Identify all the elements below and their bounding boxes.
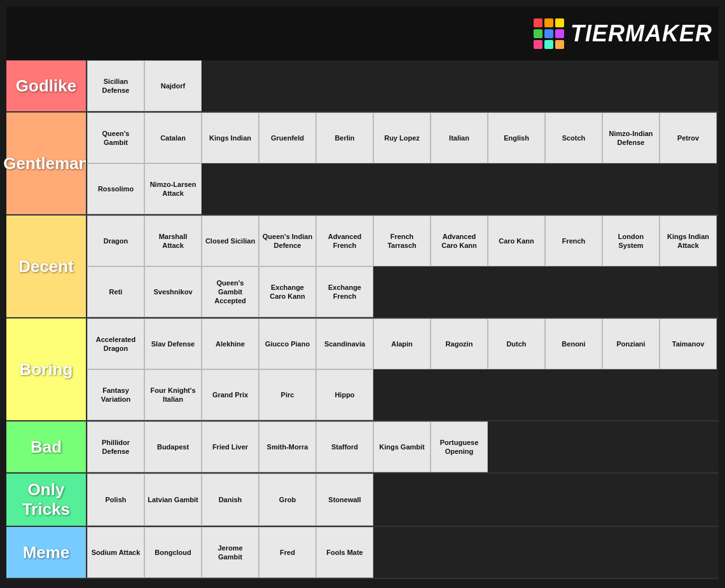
tier-item[interactable]: Fried Liver xyxy=(202,421,259,472)
tier-item[interactable]: Najdorf xyxy=(144,60,202,111)
tier-item[interactable]: Taimanov xyxy=(659,318,717,369)
tier-item[interactable]: Jerome Gambit xyxy=(202,527,259,578)
tier-item[interactable]: French Tarrasch xyxy=(373,215,431,266)
header: TiERMAKER xyxy=(6,6,719,60)
tier-item[interactable]: Dragon xyxy=(87,215,144,266)
tier-row-bad: BadPhillidor DefenseBudapestFried LiverS… xyxy=(6,421,719,474)
tier-item[interactable]: Alapin xyxy=(373,318,431,369)
tier-container: GodlikeSicilian DefenseNajdorfGentlemanQ… xyxy=(6,60,719,579)
tier-item[interactable]: Exchange Caro Kann xyxy=(259,266,316,317)
tier-item[interactable]: Marshall Attack xyxy=(144,215,202,266)
tier-label-bad: Bad xyxy=(6,421,86,472)
tier-item[interactable]: Bongcloud xyxy=(144,527,202,578)
tier-item[interactable]: Fred xyxy=(259,527,316,578)
logo-area: TiERMAKER xyxy=(534,18,712,49)
tier-items-bad: Phillidor DefenseBudapestFried LiverSmit… xyxy=(86,421,719,472)
tier-item[interactable]: Exchange French xyxy=(316,266,373,317)
tier-item[interactable]: Gruenfeld xyxy=(259,113,316,163)
tier-item[interactable]: Nimzo-Larsen Attack xyxy=(144,163,202,214)
tier-item[interactable]: London System xyxy=(602,215,659,266)
tier-label-only-tricks: Only Tricks xyxy=(6,474,86,526)
tier-items-godlike: Sicilian DefenseNajdorf xyxy=(86,60,719,111)
tier-item[interactable]: Grob xyxy=(259,474,316,526)
tier-item[interactable]: Benoni xyxy=(545,318,602,369)
tier-item[interactable]: Ragozin xyxy=(431,318,488,369)
logo-dot xyxy=(544,18,553,27)
tier-item[interactable]: Kings Gambit xyxy=(373,421,431,472)
tier-item[interactable]: Fools Mate xyxy=(316,527,373,578)
tier-item[interactable]: Petrov xyxy=(659,113,717,163)
logo-text: TiERMAKER xyxy=(570,20,712,47)
tier-item[interactable]: Ponziani xyxy=(602,318,659,369)
tier-items-gentleman: Queen's GambitCatalanKings IndianGruenfe… xyxy=(86,113,719,214)
tier-row-meme: MemeSodium AttackBongcloudJerome GambitF… xyxy=(6,527,719,579)
tier-item[interactable]: Accelerated Dragon xyxy=(87,318,144,369)
logo-dot xyxy=(534,18,542,27)
tier-row-godlike: GodlikeSicilian DefenseNajdorf xyxy=(6,60,719,113)
tier-item[interactable]: Giucco Piano xyxy=(259,318,316,369)
tier-items-meme: Sodium AttackBongcloudJerome GambitFredF… xyxy=(86,527,719,578)
logo-dot xyxy=(555,40,564,49)
tier-item[interactable]: Ruy Lopez xyxy=(373,113,431,163)
tier-label-godlike: Godlike xyxy=(6,60,86,111)
tier-item[interactable]: Rossolimo xyxy=(87,163,144,214)
logo-grid xyxy=(534,18,564,49)
logo-dot xyxy=(534,29,542,38)
tier-item[interactable]: Closed Sicilian xyxy=(202,215,259,266)
tier-item[interactable]: Scotch xyxy=(545,113,602,163)
tier-items-boring: Accelerated DragonSlav DefenseAlekhineGi… xyxy=(86,318,719,420)
tier-item[interactable]: Caro Kann xyxy=(488,215,545,266)
tier-item[interactable]: Budapest xyxy=(144,421,202,472)
tier-item[interactable]: Kings Indian xyxy=(202,113,259,163)
tier-label-boring: Boring xyxy=(6,318,86,420)
tier-item[interactable]: Latvian Gambit xyxy=(144,474,202,526)
logo-dot xyxy=(544,40,553,49)
tier-row-boring: BoringAccelerated DragonSlav DefenseAlek… xyxy=(6,318,719,421)
tier-row-decent: DecentDragonMarshall AttackClosed Sicili… xyxy=(6,215,719,318)
tier-item[interactable]: Advanced French xyxy=(316,215,373,266)
tier-item[interactable]: Pirc xyxy=(259,369,316,420)
tier-item[interactable]: Portuguese Opening xyxy=(431,421,488,472)
tier-item[interactable]: Queen's Gambit xyxy=(87,113,144,163)
tier-item[interactable]: Phillidor Defense xyxy=(87,421,144,472)
tier-row-only-tricks: Only TricksPolishLatvian GambitDanishGro… xyxy=(6,474,719,527)
logo-dot xyxy=(534,40,542,49)
tier-item[interactable]: Smith-Morra xyxy=(259,421,316,472)
tier-item[interactable]: Scandinavia xyxy=(316,318,373,369)
tier-item[interactable]: Queen's Gambit Accepted xyxy=(202,266,259,317)
tier-label-gentleman: Gentleman xyxy=(6,113,86,214)
tier-label-meme: Meme xyxy=(6,527,86,578)
tier-item[interactable]: English xyxy=(488,113,545,163)
tier-item[interactable]: Danish xyxy=(202,474,259,526)
tier-item[interactable]: Hippo xyxy=(316,369,373,420)
logo-dot xyxy=(555,18,564,27)
tier-item[interactable]: Dutch xyxy=(488,318,545,369)
tier-item[interactable]: Queen's Indian Defence xyxy=(259,215,316,266)
tier-item[interactable]: Advanced Caro Kann xyxy=(431,215,488,266)
tier-item[interactable]: Four Knight's Italian xyxy=(144,369,202,420)
tier-item[interactable]: Slav Defense xyxy=(144,318,202,369)
tier-item[interactable]: Reti xyxy=(87,266,144,317)
logo-dot xyxy=(555,29,564,38)
tier-label-decent: Decent xyxy=(6,215,86,317)
tier-row-gentleman: GentlemanQueen's GambitCatalanKings Indi… xyxy=(6,113,719,215)
tier-item[interactable]: Stonewall xyxy=(316,474,373,526)
tier-item[interactable]: Sodium Attack xyxy=(87,527,144,578)
tier-item[interactable]: Stafford xyxy=(316,421,373,472)
tier-item[interactable]: Kings Indian Attack xyxy=(659,215,717,266)
tier-item[interactable]: Sveshnikov xyxy=(144,266,202,317)
tier-item[interactable]: Alekhine xyxy=(202,318,259,369)
tier-item[interactable]: Fantasy Variation xyxy=(87,369,144,420)
tier-items-only-tricks: PolishLatvian GambitDanishGrobStonewall xyxy=(86,474,719,526)
tier-item[interactable]: Sicilian Defense xyxy=(87,60,144,111)
tier-item[interactable]: Italian xyxy=(431,113,488,163)
tier-item[interactable]: Nimzo-Indian Defense xyxy=(602,113,659,163)
tier-item[interactable]: Grand Prix xyxy=(202,369,259,420)
tier-item[interactable]: Polish xyxy=(87,474,144,526)
tier-item[interactable]: Berlin xyxy=(316,113,373,163)
tier-item[interactable]: French xyxy=(545,215,602,266)
tier-item[interactable]: Catalan xyxy=(144,113,202,163)
tier-items-decent: DragonMarshall AttackClosed SicilianQuee… xyxy=(86,215,719,317)
logo-dot xyxy=(544,29,553,38)
